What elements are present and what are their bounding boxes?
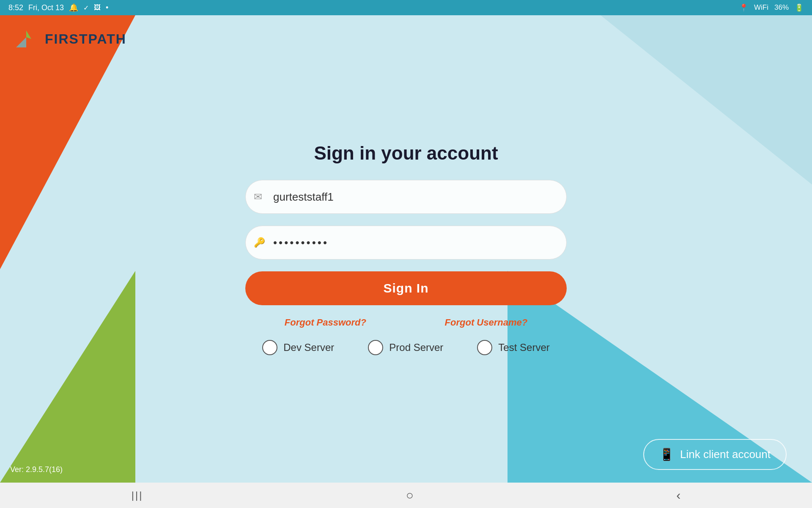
sign-in-button[interactable]: Sign In <box>245 271 567 305</box>
prod-server-option[interactable]: Prod Server <box>368 340 443 355</box>
back-icon: ‹ <box>676 488 680 502</box>
home-icon: ○ <box>406 488 414 502</box>
version-text: Ver: 2.9.5.7(16) <box>10 465 63 474</box>
battery-percent: 36% <box>774 3 789 12</box>
links-row: Forgot Password? Forgot Username? <box>245 317 567 328</box>
status-bar-right: 📍 WiFi 36% 🔋 <box>739 3 804 12</box>
server-row: Dev Server Prod Server Test Server <box>245 340 567 355</box>
link-client-label: Link client account <box>680 448 771 461</box>
time: 8:52 <box>8 3 23 12</box>
forgot-password-link[interactable]: Forgot Password? <box>285 317 366 328</box>
forgot-username-link[interactable]: Forgot Username? <box>445 317 528 328</box>
username-group: ✉ <box>245 180 567 214</box>
password-input[interactable] <box>245 226 567 260</box>
battery-icon: 🔋 <box>795 3 804 12</box>
image-icon: 🖼 <box>94 4 101 11</box>
key-icon: 🔑 <box>254 237 265 248</box>
dev-server-option[interactable]: Dev Server <box>262 340 334 355</box>
notification-icon: 🔔 <box>69 3 78 12</box>
prod-server-label: Prod Server <box>389 342 443 353</box>
wifi-icon: WiFi <box>754 3 768 12</box>
link-client-button[interactable]: 📱 Link client account <box>643 439 787 470</box>
username-input[interactable] <box>245 180 567 214</box>
check-icon: ✓ <box>83 4 89 12</box>
back-nav-button[interactable]: ‹ <box>664 484 693 507</box>
login-card: Sign in your account ✉ 🔑 Sign In Forgot … <box>245 143 567 355</box>
test-server-label: Test Server <box>498 342 549 353</box>
date: Fri, Oct 13 <box>28 3 64 12</box>
sign-in-title: Sign in your account <box>314 143 498 164</box>
main-content: Sign in your account ✉ 🔑 Sign In Forgot … <box>0 15 812 483</box>
test-server-option[interactable]: Test Server <box>477 340 549 355</box>
prod-server-radio[interactable] <box>368 340 383 355</box>
menu-nav-button[interactable]: ||| <box>119 485 156 505</box>
home-nav-button[interactable]: ○ <box>393 484 426 507</box>
phone-icon: 📱 <box>659 447 674 461</box>
email-icon: ✉ <box>254 191 262 203</box>
dev-server-radio[interactable] <box>262 340 277 355</box>
password-group: 🔑 <box>245 226 567 260</box>
status-bar: 8:52 Fri, Oct 13 🔔 ✓ 🖼 • 📍 WiFi 36% 🔋 <box>0 0 812 15</box>
test-server-radio[interactable] <box>477 340 492 355</box>
location-icon: 📍 <box>739 3 748 12</box>
menu-icon: ||| <box>132 489 143 501</box>
bottom-nav: ||| ○ ‹ <box>0 483 812 508</box>
dev-server-label: Dev Server <box>283 342 334 353</box>
status-bar-left: 8:52 Fri, Oct 13 🔔 ✓ 🖼 • <box>8 3 108 12</box>
dot-icon: • <box>106 3 108 12</box>
